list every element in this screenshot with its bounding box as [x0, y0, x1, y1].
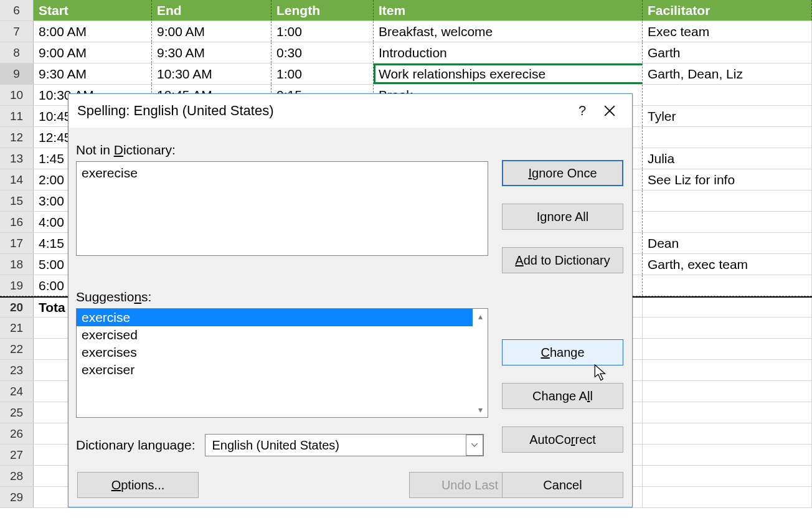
- not-in-dict-label: Not in Dictionary:: [76, 143, 625, 158]
- row-number[interactable]: 19: [0, 275, 34, 296]
- cell-item[interactable]: Breakfast, welcome: [374, 21, 643, 42]
- change-all-button[interactable]: Change All: [502, 383, 623, 409]
- dialog-titlebar: Spelling: English (United States) ?: [68, 94, 632, 128]
- suggestions-list[interactable]: exerciseexercisedexercisesexerciser ▴ ▾: [76, 308, 488, 418]
- cell-fac[interactable]: Garth, exec team: [643, 254, 812, 275]
- cell-fac[interactable]: Tyler: [643, 106, 812, 126]
- cell-end[interactable]: 9:00 AM: [152, 21, 271, 42]
- cell-len[interactable]: Length: [271, 0, 374, 21]
- row-number[interactable]: 8: [0, 42, 34, 63]
- header-row: 6StartEndLengthItemFacilitator: [0, 0, 812, 21]
- cell-fac[interactable]: [643, 445, 812, 465]
- dialog-title: Spelling: English (United States): [77, 103, 569, 119]
- cell-fac[interactable]: Facilitator: [643, 0, 812, 21]
- not-in-dict-box[interactable]: exerecise: [76, 161, 488, 256]
- cell-start[interactable]: Start: [34, 0, 152, 21]
- spelling-dialog: Spelling: English (United States) ? Not …: [68, 93, 633, 507]
- data-row: 89:00 AM9:30 AM0:30IntroductionGarth: [0, 42, 812, 64]
- ignore-all-button[interactable]: Ignore All: [502, 204, 623, 230]
- data-row: 78:00 AM9:00 AM1:00Breakfast, welcomeExe…: [0, 21, 812, 42]
- cell-fac[interactable]: Garth, Dean, Liz: [643, 64, 812, 84]
- row-number[interactable]: 9: [0, 64, 34, 84]
- options-button[interactable]: Options...: [77, 472, 199, 498]
- data-row: 99:30 AM10:30 AM1:00Work relationships e…: [0, 64, 812, 85]
- cell-fac[interactable]: [643, 298, 812, 317]
- cell-fac[interactable]: [643, 487, 812, 507]
- row-number[interactable]: 14: [0, 169, 34, 190]
- row-number[interactable]: 25: [0, 402, 34, 423]
- cell-fac[interactable]: Dean: [643, 233, 812, 253]
- dictionary-language-label: Dictionary language:: [76, 438, 195, 453]
- cell-fac[interactable]: See Liz for info: [643, 169, 812, 190]
- suggestion-item[interactable]: exercised: [77, 326, 473, 344]
- cell-fac[interactable]: Julia: [643, 148, 812, 169]
- ignore-once-button[interactable]: Ignore Once: [502, 160, 623, 186]
- cell-fac[interactable]: [643, 275, 812, 296]
- row-number[interactable]: 16: [0, 212, 34, 232]
- cell-len[interactable]: 0:30: [271, 42, 374, 63]
- suggestions-label: Suggestions:: [76, 290, 625, 304]
- cell-fac[interactable]: [643, 85, 812, 105]
- cell-fac[interactable]: [643, 381, 812, 402]
- row-number[interactable]: 22: [0, 339, 34, 359]
- cell-fac[interactable]: [643, 318, 812, 338]
- dialog-body: Not in Dictionary: exerecise Ignore Once…: [68, 128, 632, 507]
- autocorrect-button[interactable]: AutoCorrect: [502, 426, 623, 453]
- dropdown-icon[interactable]: [466, 435, 483, 456]
- row-number[interactable]: 29: [0, 487, 34, 507]
- suggestion-item[interactable]: exerciser: [77, 361, 473, 379]
- cell-fac[interactable]: [643, 339, 812, 359]
- cell-fac[interactable]: Garth: [643, 42, 812, 63]
- suggestion-item[interactable]: exercise: [77, 309, 473, 326]
- cell-len[interactable]: 1:00: [271, 64, 374, 84]
- cell-fac[interactable]: [643, 191, 812, 211]
- cell-start[interactable]: 8:00 AM: [34, 21, 152, 42]
- cell-len[interactable]: 1:00: [271, 21, 374, 42]
- row-number[interactable]: 6: [0, 0, 34, 21]
- row-number[interactable]: 17: [0, 233, 34, 253]
- scroll-down-icon[interactable]: ▾: [478, 405, 483, 415]
- row-number[interactable]: 15: [0, 191, 34, 211]
- cell-fac[interactable]: [643, 212, 812, 232]
- row-number[interactable]: 28: [0, 466, 34, 486]
- cell-item[interactable]: Work relationships exerecise: [374, 64, 643, 84]
- cell-end[interactable]: End: [152, 0, 271, 21]
- cell-item[interactable]: Item: [374, 0, 643, 21]
- row-number[interactable]: 13: [0, 148, 34, 169]
- cell-fac[interactable]: [643, 466, 812, 486]
- row-number[interactable]: 26: [0, 423, 34, 444]
- dictionary-language-select[interactable]: English (United States): [205, 434, 484, 456]
- row-number[interactable]: 18: [0, 254, 34, 275]
- close-button[interactable]: [596, 97, 623, 125]
- row-number[interactable]: 10: [0, 85, 34, 105]
- help-button[interactable]: ?: [569, 97, 596, 125]
- cell-fac[interactable]: [643, 360, 812, 380]
- cell-end[interactable]: 10:30 AM: [152, 64, 271, 84]
- row-number[interactable]: 23: [0, 360, 34, 380]
- scroll-up-icon[interactable]: ▴: [478, 311, 483, 321]
- cell-end[interactable]: 9:30 AM: [152, 42, 271, 63]
- row-number[interactable]: 12: [0, 127, 34, 148]
- cell-fac[interactable]: [643, 402, 812, 423]
- suggestion-item[interactable]: exercises: [77, 344, 473, 361]
- suggestions-scrollbar[interactable]: ▴ ▾: [473, 309, 488, 417]
- cell-item[interactable]: Introduction: [374, 42, 643, 63]
- row-number[interactable]: 7: [0, 21, 34, 42]
- row-number[interactable]: 24: [0, 381, 34, 402]
- cell-fac[interactable]: [643, 423, 812, 444]
- cell-fac[interactable]: Exec team: [643, 21, 812, 42]
- change-button[interactable]: Change: [502, 339, 623, 365]
- row-number[interactable]: 20: [0, 298, 34, 317]
- add-to-dictionary-button[interactable]: Add to Dictionary: [502, 247, 623, 273]
- row-number[interactable]: 11: [0, 106, 34, 126]
- cell-fac[interactable]: [643, 127, 812, 148]
- row-number[interactable]: 27: [0, 445, 34, 465]
- cell-start[interactable]: 9:00 AM: [34, 42, 152, 63]
- cancel-button[interactable]: Cancel: [502, 472, 623, 498]
- dictionary-language-value: English (United States): [212, 438, 339, 453]
- cell-start[interactable]: 9:30 AM: [34, 64, 152, 84]
- row-number[interactable]: 21: [0, 318, 34, 338]
